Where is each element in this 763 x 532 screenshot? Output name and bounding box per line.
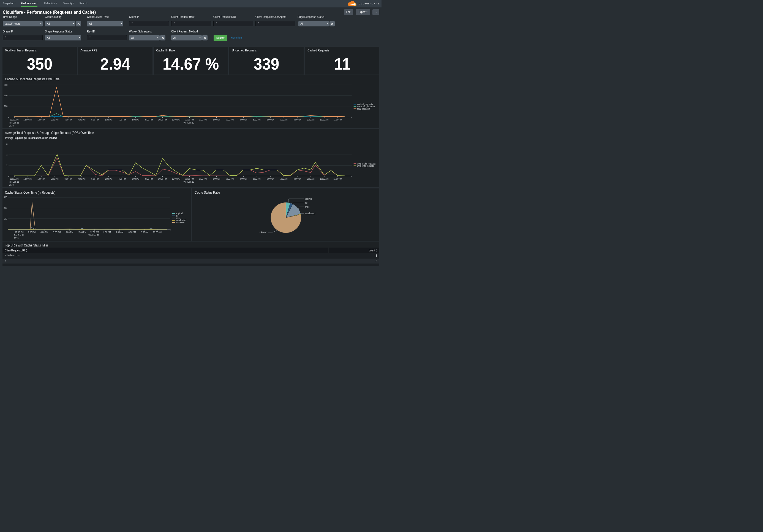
svg-text:2:00 AM: 2:00 AM [213, 177, 220, 180]
svg-text:11:00 AM: 11:00 AM [333, 118, 342, 121]
svg-text:11:00 AM: 11:00 AM [10, 118, 18, 121]
svg-text:2:00 PM: 2:00 PM [51, 118, 58, 121]
svg-text:1:00 AM: 1:00 AM [199, 177, 207, 180]
svg-text:expired: expired [305, 197, 312, 200]
svg-text:Tue Jun 11: Tue Jun 11 [9, 180, 19, 183]
svg-text:unknown: unknown [259, 231, 267, 234]
svg-text:200: 200 [4, 207, 7, 210]
svg-text:3:00 PM: 3:00 PM [64, 177, 72, 180]
svg-text:7:00 AM: 7:00 AM [280, 118, 287, 121]
svg-text:7:00 PM: 7:00 PM [118, 177, 126, 180]
svg-text:10:00 PM: 10:00 PM [158, 177, 167, 180]
svg-text:8:00 AM: 8:00 AM [293, 118, 301, 121]
svg-text:12:00 PM: 12:00 PM [15, 231, 24, 234]
svg-text:200: 200 [4, 94, 7, 97]
svg-text:10:00 PM: 10:00 PM [78, 231, 86, 234]
svg-text:3:00 PM: 3:00 PM [64, 118, 72, 121]
svg-text:3:00 AM: 3:00 AM [226, 118, 233, 121]
svg-text:6:00 AM: 6:00 AM [267, 177, 274, 180]
svg-text:11:00 PM: 11:00 PM [172, 118, 180, 121]
svg-text:6:00 PM: 6:00 PM [105, 177, 113, 180]
svg-text:8:00 AM: 8:00 AM [141, 231, 148, 234]
svg-text:1:00 PM: 1:00 PM [38, 118, 45, 121]
svg-text:11:00 PM: 11:00 PM [172, 177, 180, 180]
svg-text:2:00 PM: 2:00 PM [28, 231, 36, 234]
svg-text:Tue Jun 11: Tue Jun 11 [9, 121, 19, 124]
svg-text:avg_total_requests: avg_total_requests [357, 164, 374, 167]
svg-text:9:00 PM: 9:00 PM [145, 177, 153, 180]
svg-text:2:00 PM: 2:00 PM [51, 177, 58, 180]
svg-text:5:00 AM: 5:00 AM [253, 177, 261, 180]
svg-text:6: 6 [6, 142, 7, 145]
svg-text:4: 4 [6, 153, 7, 156]
svg-text:miss: miss [305, 205, 309, 208]
svg-text:3:00 AM: 3:00 AM [226, 177, 233, 180]
svg-text:4:00 AM: 4:00 AM [240, 118, 247, 121]
svg-text:100: 100 [4, 105, 7, 108]
svg-text:4:00 PM: 4:00 PM [78, 118, 86, 121]
svg-text:2:00 AM: 2:00 AM [213, 118, 220, 121]
svg-text:Wed Jun 12: Wed Jun 12 [88, 234, 99, 237]
svg-text:11:00 AM: 11:00 AM [333, 177, 342, 180]
svg-text:5:00 AM: 5:00 AM [253, 118, 261, 121]
svg-text:6:00 AM: 6:00 AM [128, 231, 136, 234]
svg-text:12:00 PM: 12:00 PM [23, 177, 32, 180]
svg-text:5:00 PM: 5:00 PM [91, 177, 99, 180]
svg-text:total_requests: total_requests [357, 107, 370, 110]
svg-text:8:00 PM: 8:00 PM [132, 118, 140, 121]
svg-text:12:00 PM: 12:00 PM [23, 118, 32, 121]
svg-text:Wed Jun 12: Wed Jun 12 [183, 121, 194, 124]
svg-text:Tue Jun 11: Tue Jun 11 [14, 234, 24, 237]
svg-text:2019: 2019 [9, 124, 14, 127]
svg-text:6:00 AM: 6:00 AM [267, 118, 274, 121]
svg-text:12:00 AM: 12:00 AM [185, 118, 194, 121]
svg-text:300: 300 [4, 196, 7, 199]
svg-text:7:00 PM: 7:00 PM [118, 118, 126, 121]
svg-text:Wed Jun 12: Wed Jun 12 [183, 180, 194, 183]
svg-text:4:00 PM: 4:00 PM [78, 177, 86, 180]
svg-text:1:00 PM: 1:00 PM [38, 177, 45, 180]
svg-text:8:00 AM: 8:00 AM [293, 177, 301, 180]
svg-text:2:00 AM: 2:00 AM [103, 231, 111, 234]
svg-text:100: 100 [4, 217, 7, 220]
svg-text:6:00 PM: 6:00 PM [53, 231, 61, 234]
svg-text:revalidated: revalidated [305, 212, 315, 215]
svg-text:2019: 2019 [9, 183, 14, 186]
svg-text:9:00 AM: 9:00 AM [307, 177, 314, 180]
svg-text:12:00 AM: 12:00 AM [90, 231, 99, 234]
svg-text:10:00 AM: 10:00 AM [320, 118, 328, 121]
svg-text:8:00 PM: 8:00 PM [65, 231, 73, 234]
svg-text:4:00 AM: 4:00 AM [116, 231, 123, 234]
svg-text:11:00 AM: 11:00 AM [10, 177, 18, 180]
svg-text:4:00 AM: 4:00 AM [240, 177, 247, 180]
svg-text:7:00 AM: 7:00 AM [280, 177, 287, 180]
svg-text:2019: 2019 [14, 236, 18, 239]
svg-text:hit: hit [305, 201, 307, 204]
svg-text:300: 300 [4, 83, 7, 86]
svg-text:1:00 AM: 1:00 AM [199, 118, 207, 121]
svg-text:4:00 PM: 4:00 PM [41, 231, 48, 234]
svg-text:9:00 AM: 9:00 AM [307, 118, 314, 121]
svg-text:9:00 PM: 9:00 PM [145, 118, 153, 121]
svg-text:CLOUDFLARE: CLOUDFLARE [359, 2, 380, 5]
svg-text:10:00 AM: 10:00 AM [153, 231, 161, 234]
svg-text:unknown: unknown [176, 221, 184, 224]
svg-text:2: 2 [6, 164, 7, 167]
svg-text:6:00 PM: 6:00 PM [105, 118, 113, 121]
svg-text:10:00 AM: 10:00 AM [320, 177, 328, 180]
svg-text:12:00 AM: 12:00 AM [185, 177, 194, 180]
svg-text:5:00 PM: 5:00 PM [91, 118, 99, 121]
svg-text:8:00 PM: 8:00 PM [132, 177, 140, 180]
svg-text:10:00 PM: 10:00 PM [158, 118, 167, 121]
